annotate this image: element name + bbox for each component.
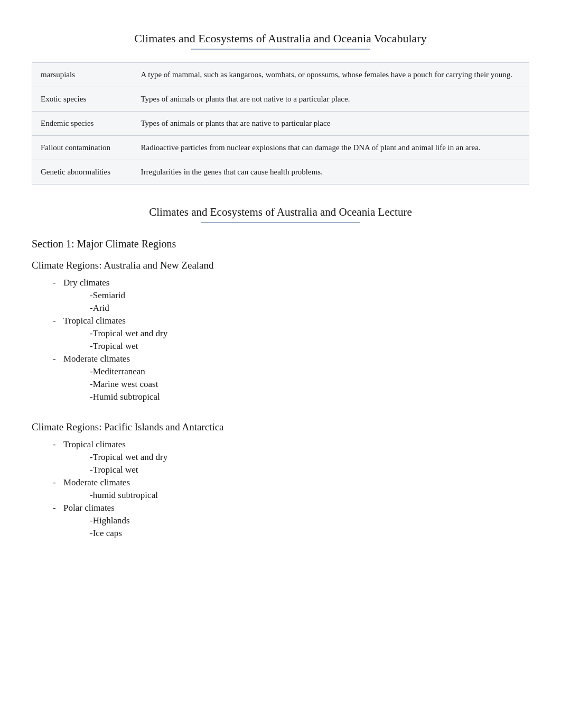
list-item-label: Moderate climates (63, 477, 130, 488)
list-subitem-label: Marine west coast (93, 379, 158, 390)
vocab-definition: Irregularities in the genes that can cau… (133, 160, 529, 185)
region1-block: Climate Regions: Australia and New Zeala… (32, 260, 529, 402)
dash-icon: - (32, 290, 93, 301)
list-item: -Moderate climates (32, 477, 529, 488)
list-item-label: Polar climates (63, 503, 115, 513)
list-subitem-label: Tropical wet and dry (93, 452, 168, 463)
vocab-term: Endemic species (32, 112, 133, 136)
dash-icon: - (32, 366, 93, 377)
list-subitem-label: Arid (93, 303, 109, 314)
region2-list: -Tropical climates-Tropical wet and dry-… (32, 439, 529, 539)
dash-icon: - (32, 528, 93, 539)
dash-icon: - (32, 490, 93, 501)
dash-icon: - (32, 354, 63, 364)
list-subitem-label: Humid subtropical (93, 392, 160, 402)
list-item-label: Dry climates (63, 278, 109, 288)
list-subitem-label: Ice caps (93, 528, 122, 539)
list-subitem: -Tropical wet (32, 341, 529, 352)
vocab-definition: Radioactive particles from nuclear explo… (133, 136, 529, 160)
dash-icon: - (32, 316, 63, 326)
list-item: -Dry climates (32, 278, 529, 288)
dash-icon: - (32, 465, 93, 475)
region2-title: Climate Regions: Pacific Islands and Ant… (32, 421, 529, 433)
vocab-row: marsupialsA type of mammal, such as kang… (32, 63, 529, 87)
dash-icon: - (32, 278, 63, 288)
list-subitem: -Highlands (32, 515, 529, 526)
list-subitem: -Mediterranean (32, 366, 529, 377)
dash-icon: - (32, 477, 63, 488)
list-item-label: Tropical climates (63, 316, 126, 326)
dash-icon: - (32, 328, 93, 339)
dash-icon: - (32, 303, 93, 314)
section1-title: Section 1: Major Climate Regions (32, 238, 529, 250)
vocab-title: Climates and Ecosystems of Australia and… (32, 32, 529, 45)
vocab-term: Genetic abnormalities (32, 160, 133, 185)
list-subitem-label: humid subtropical (93, 490, 158, 501)
vocab-definition: Types of animals or plants that are not … (133, 87, 529, 112)
list-subitem: -Tropical wet (32, 465, 529, 475)
dash-icon: - (32, 379, 93, 390)
vocab-definition: A type of mammal, such as kangaroos, wom… (133, 63, 529, 87)
vocab-term: Exotic species (32, 87, 133, 112)
region1-list: -Dry climates-Semiarid-Arid-Tropical cli… (32, 278, 529, 402)
list-subitem: -humid subtropical (32, 490, 529, 501)
vocab-row: Exotic speciesTypes of animals or plants… (32, 87, 529, 112)
region1-title: Climate Regions: Australia and New Zeala… (32, 260, 529, 271)
lecture-title: Climates and Ecosystems of Australia and… (32, 206, 529, 219)
list-subitem: -Marine west coast (32, 379, 529, 390)
vocab-section: Climates and Ecosystems of Australia and… (32, 32, 529, 185)
list-subitem: -Humid subtropical (32, 392, 529, 402)
vocab-table: marsupialsA type of mammal, such as kang… (32, 62, 529, 185)
list-subitem-label: Highlands (93, 515, 130, 526)
vocab-term: marsupials (32, 63, 133, 87)
region2-block: Climate Regions: Pacific Islands and Ant… (32, 421, 529, 539)
list-item: -Moderate climates (32, 354, 529, 364)
list-item-label: Moderate climates (63, 354, 130, 364)
vocab-row: Endemic speciesTypes of animals or plant… (32, 112, 529, 136)
dash-icon: - (32, 452, 93, 463)
list-item-label: Tropical climates (63, 439, 126, 450)
list-item: -Tropical climates (32, 316, 529, 326)
list-subitem: -Ice caps (32, 528, 529, 539)
dash-icon: - (32, 392, 93, 402)
lecture-section: Climates and Ecosystems of Australia and… (32, 206, 529, 539)
list-subitem: -Semiarid (32, 290, 529, 301)
list-subitem: -Tropical wet and dry (32, 328, 529, 339)
dash-icon: - (32, 439, 63, 450)
vocab-definition: Types of animals or plants that are nati… (133, 112, 529, 136)
list-subitem-label: Tropical wet (93, 341, 138, 352)
dash-icon: - (32, 515, 93, 526)
dash-icon: - (32, 503, 63, 513)
list-item: -Polar climates (32, 503, 529, 513)
list-subitem-label: Mediterranean (93, 366, 145, 377)
list-subitem: -Arid (32, 303, 529, 314)
list-subitem-label: Tropical wet (93, 465, 138, 475)
vocab-row: Fallout contaminationRadioactive particl… (32, 136, 529, 160)
list-item: -Tropical climates (32, 439, 529, 450)
list-subitem: -Tropical wet and dry (32, 452, 529, 463)
lecture-title-underline (201, 222, 360, 223)
dash-icon: - (32, 341, 93, 352)
vocab-title-underline (191, 49, 370, 50)
list-subitem-label: Tropical wet and dry (93, 328, 168, 339)
vocab-row: Genetic abnormalitiesIrregularities in t… (32, 160, 529, 185)
vocab-term: Fallout contamination (32, 136, 133, 160)
list-subitem-label: Semiarid (93, 290, 125, 301)
